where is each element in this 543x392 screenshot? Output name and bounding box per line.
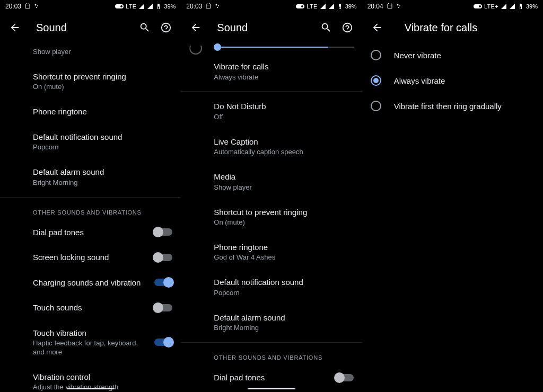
signal-icon-2 [147, 3, 153, 10]
setting-primary: Phone ringtone [33, 106, 172, 117]
status-cal-icon [24, 3, 31, 11]
settings-item[interactable]: Screen locking sound [0, 245, 181, 270]
toggle-switch[interactable] [154, 338, 172, 346]
settings-item[interactable]: Do Not DisturbOff [181, 94, 362, 129]
setting-secondary: Haptic feedback for tap, keyboard, and m… [33, 339, 150, 357]
status-dots-icon [396, 3, 402, 11]
setting-primary: Live Caption [214, 137, 353, 147]
network-type: LTE [126, 3, 136, 10]
signal-icon-2 [509, 3, 515, 10]
setting-primary: Vibration control [33, 372, 172, 382]
svg-point-4 [218, 5, 219, 6]
radio-label: Never vibrate [394, 51, 441, 60]
setting-primary: Default notification sound [33, 132, 172, 142]
settings-list[interactable]: Show player Shortcut to prevent ringingO… [0, 42, 181, 392]
settings-item[interactable]: Touch vibrationHaptic feedback for tap, … [0, 320, 181, 364]
settings-item[interactable]: Default notification soundPopcorn [181, 270, 362, 305]
toggle-switch[interactable] [154, 279, 172, 286]
nav-pill-icon [67, 388, 115, 389]
signal-icon [320, 3, 326, 10]
battery-pct: 39% [526, 3, 538, 10]
signal-icon-2 [328, 3, 335, 10]
settings-item[interactable]: Vibrate for callsAlways vibrate [181, 54, 362, 89]
help-icon[interactable] [155, 17, 177, 38]
section-header: Other sounds and vibrations [181, 345, 362, 365]
toggle-switch[interactable] [154, 304, 172, 311]
app-bar: Sound [0, 13, 181, 42]
network-type: LTE [306, 3, 317, 10]
app-bar: Sound [181, 13, 362, 42]
volume-slider[interactable] [181, 42, 362, 54]
setting-primary: Default notification sound [214, 277, 353, 288]
section-header: Other sounds and vibrations [0, 200, 181, 220]
setting-secondary: God of War 4 Ashes [214, 253, 353, 262]
radio-label: Always vibrate [394, 76, 445, 85]
nav-bar[interactable] [181, 385, 362, 392]
settings-item[interactable]: Phone ringtoneGod of War 4 Ashes [181, 235, 362, 270]
toggle-switch[interactable] [154, 228, 172, 236]
settings-item[interactable]: Live CaptionAutomatically caption speech [181, 129, 362, 164]
setting-secondary: Bright Morning [214, 324, 353, 333]
settings-item[interactable]: Default alarm soundBright Morning [0, 159, 181, 194]
settings-item[interactable]: Phone ringtone [0, 99, 181, 124]
setting-primary: Dial pad tones [33, 227, 150, 238]
setting-secondary: Off [214, 113, 353, 122]
vpn-icon [115, 3, 124, 10]
search-icon[interactable] [134, 17, 155, 38]
phone-screen: .screen:nth-child(2) .slider-track::afte… [181, 0, 362, 392]
setting-primary: Shortcut to prevent ringing [33, 72, 172, 82]
toggle-switch[interactable] [336, 374, 354, 381]
status-time: 20:04 [367, 3, 383, 10]
radio-icon [371, 50, 381, 60]
app-bar: Vibrate for calls [362, 13, 543, 42]
back-icon[interactable] [185, 17, 206, 38]
setting-secondary: Popcorn [33, 143, 172, 152]
setting-secondary: On (mute) [33, 83, 172, 92]
battery-icon [337, 3, 343, 10]
setting-primary: Touch vibration [33, 328, 150, 338]
status-dots-icon [34, 3, 40, 11]
toggle-switch[interactable] [154, 254, 172, 261]
back-icon[interactable] [366, 17, 388, 38]
svg-point-2 [36, 7, 37, 8]
phone-screen: 20:04 LTE+ 39% Vibrate for calls Never v… [362, 0, 543, 392]
settings-item[interactable]: Shortcut to prevent ringingOn (mute) [181, 200, 362, 235]
radio-item[interactable]: Always vibrate [362, 68, 543, 93]
page-title: Sound [36, 22, 134, 34]
svg-point-7 [399, 5, 400, 6]
setting-primary: Phone ringtone [214, 242, 353, 253]
setting-secondary: Automatically caption speech [214, 148, 353, 157]
divider [181, 91, 362, 92]
svg-point-6 [397, 4, 398, 5]
setting-secondary: Always vibrate [214, 73, 353, 82]
settings-item[interactable]: Show player [0, 42, 181, 64]
settings-item[interactable]: Dial pad tones [0, 220, 181, 245]
settings-item[interactable]: Default alarm soundBright Morning [181, 305, 362, 340]
status-time: 20:03 [5, 3, 21, 10]
settings-item[interactable]: Charging sounds and vibration [0, 270, 181, 296]
radio-label: Vibrate first then ring gradually [394, 102, 502, 111]
battery-pct: 39% [164, 3, 176, 10]
vpn-icon [296, 3, 304, 10]
page-title: Vibrate for calls [405, 22, 539, 34]
radio-icon [371, 101, 381, 111]
radio-item[interactable]: Vibrate first then ring gradually [362, 93, 543, 119]
back-icon[interactable] [4, 17, 25, 38]
radio-item[interactable]: Never vibrate [362, 42, 543, 68]
svg-point-0 [35, 4, 37, 5]
setting-primary: Default alarm sound [33, 167, 172, 177]
nav-bar[interactable] [0, 385, 181, 392]
settings-list[interactable]: Never vibrate Always vibrate Vibrate fir… [362, 42, 543, 392]
signal-icon [138, 3, 145, 10]
status-dots-icon [215, 3, 221, 11]
status-bar: 20:03 LTE 39% [181, 0, 362, 13]
settings-list[interactable]: Vibrate for callsAlways vibrate Do Not D… [181, 42, 362, 392]
settings-item[interactable]: Touch sounds [0, 295, 181, 320]
settings-item[interactable]: MediaShow player [181, 164, 362, 199]
settings-item[interactable]: Shortcut to prevent ringingOn (mute) [0, 64, 181, 99]
battery-icon [155, 3, 162, 10]
help-icon[interactable] [337, 17, 358, 38]
search-icon[interactable] [316, 17, 337, 38]
setting-primary: Shortcut to prevent ringing [214, 207, 353, 218]
settings-item[interactable]: Default notification soundPopcorn [0, 124, 181, 159]
